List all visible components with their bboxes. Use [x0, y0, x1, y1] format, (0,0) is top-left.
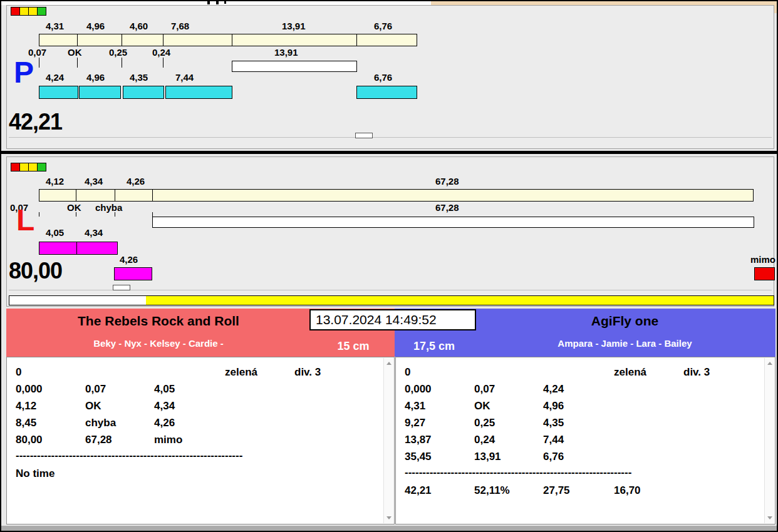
team-right-results-table: 0zelenádiv. 30,0000,074,244,31OK4,969,27… — [396, 357, 765, 524]
time-progress-track — [9, 295, 774, 305]
table-row: 42,2152,11%27,7516,70 — [396, 482, 765, 499]
datetime-display: 13.07.2024 14:49:52 — [309, 309, 476, 330]
table-cell: 0,000 — [16, 381, 43, 397]
current-segment-bar — [232, 61, 357, 72]
panel-l-slider-handle[interactable] — [113, 285, 130, 290]
segment-time-label: 4,31 — [46, 21, 64, 31]
table-row: 80,0067,28mimo — [7, 431, 384, 448]
panel-p-slider-handle[interactable] — [355, 133, 373, 138]
team-right-members: Ampara - Jamie - Lara - Bailey — [475, 338, 774, 349]
split-diff-label: 0,25 — [109, 47, 127, 58]
scrollbar[interactable] — [764, 358, 774, 523]
table-cell: 8,45 — [16, 414, 36, 431]
table-cell: 6,76 — [543, 448, 564, 465]
split-tick — [122, 58, 122, 68]
split-diff-label: chyba — [95, 202, 122, 213]
table-cell: 42,21 — [405, 482, 432, 499]
run-time-label: 4,24 — [46, 72, 64, 83]
table-cell: 4,26 — [154, 414, 175, 431]
late-segment-label: 4,26 — [120, 254, 138, 265]
segment-time-label: 4,96 — [86, 21, 105, 31]
table-cell: 13,87 — [405, 431, 432, 448]
table-cell: 13,91 — [474, 448, 501, 465]
run-bar-segment — [76, 242, 118, 255]
split-bar-segment — [115, 189, 153, 202]
segment-time-label: 4,12 — [46, 176, 64, 187]
scroll-down-icon[interactable] — [386, 516, 392, 519]
table-cell: 0 — [16, 364, 21, 381]
table-cell: 7,44 — [543, 431, 564, 448]
background-window-tab-mark — [224, 1, 226, 4]
team-left-results: 0zelenádiv. 30,0000,074,054,12OK4,348,45… — [6, 357, 395, 524]
table-row: 4,31OK4,96 — [396, 397, 765, 414]
scroll-up-icon[interactable] — [767, 362, 772, 365]
panel-l-frame — [6, 156, 774, 307]
table-cell: 4,24 — [543, 381, 564, 397]
table-cell: 52,11% — [474, 482, 510, 499]
scrollbar[interactable] — [383, 358, 393, 523]
split-bar-segment — [152, 189, 754, 202]
current-segment-bar — [152, 217, 754, 228]
traffic-light-green — [37, 163, 46, 171]
split-tick — [39, 212, 39, 217]
table-cell: div. 3 — [683, 364, 710, 381]
table-row: 13,870,247,44 — [396, 431, 765, 448]
run-bar-segment — [39, 86, 78, 99]
table-cell: 4,31 — [405, 397, 425, 414]
segment-time-label: 4,60 — [130, 21, 148, 31]
table-cell: 4,34 — [154, 397, 175, 414]
table-cell: 0 — [405, 364, 410, 381]
traffic-light-yellow — [28, 7, 38, 16]
split-diff-label: OK — [67, 202, 81, 213]
run-time-label: 4,34 — [85, 227, 103, 238]
run-bar-segment — [165, 86, 232, 99]
table-row: 35,4513,916,76 — [396, 448, 765, 465]
table-row: ----------------------------------------… — [7, 447, 384, 464]
traffic-light-p — [11, 7, 46, 16]
run-time-label: 4,35 — [130, 72, 148, 83]
panel-p-letter: P — [14, 58, 34, 88]
split-bar-segment — [356, 34, 417, 46]
segment-time-label: 13,91 — [282, 21, 306, 31]
segment-time-label: 7,68 — [171, 21, 189, 31]
table-cell: 35,45 — [405, 448, 432, 465]
table-row: No time — [7, 465, 384, 482]
team-left-members: Beky - Nyx - Kelsey - Cardie - — [8, 338, 309, 349]
split-bar-segment — [77, 34, 122, 46]
table-row: 0,0000,074,05 — [7, 381, 384, 397]
team-right-results: 0zelenádiv. 30,0000,074,244,31OK4,969,27… — [395, 357, 775, 524]
table-row: 4,12OK4,34 — [7, 397, 384, 414]
scroll-down-icon[interactable] — [767, 516, 772, 519]
split-bar-segment — [39, 34, 78, 46]
table-cell: 4,05 — [154, 381, 175, 397]
segment-time-label: 4,26 — [127, 176, 145, 187]
split-tick — [163, 58, 163, 68]
table-cell: ----------------------------------------… — [405, 464, 631, 481]
table-row: 8,45chyba4,26 — [7, 414, 384, 431]
table-cell: 67,28 — [85, 431, 112, 448]
run-bar-segment — [39, 242, 77, 255]
table-cell: 80,00 — [16, 431, 43, 448]
table-row: 0,0000,074,24 — [396, 381, 765, 397]
panel-divider — [1, 151, 777, 154]
run-bar-segment — [356, 86, 417, 99]
panel-l-total-time: 80,00 — [9, 258, 62, 284]
segment-time-label: 4,34 — [85, 176, 103, 187]
traffic-light-yellow — [19, 163, 29, 171]
run-time-label: 4,05 — [46, 227, 64, 238]
team-left-results-table: 0zelenádiv. 30,0000,074,054,12OK4,348,45… — [7, 357, 384, 524]
table-row: 0zelenádiv. 3 — [7, 364, 384, 381]
scroll-up-icon[interactable] — [386, 362, 392, 365]
team-left-height: 15 cm — [325, 340, 381, 353]
table-cell: mimo — [154, 431, 182, 448]
split-bar-segment — [39, 189, 76, 202]
split-diff-label: 0,24 — [152, 47, 170, 58]
split-bar-segment — [163, 34, 232, 46]
table-cell: ----------------------------------------… — [16, 447, 242, 464]
table-cell: OK — [85, 397, 101, 414]
out-of-time-label: mimo — [750, 254, 775, 265]
table-cell: 4,12 — [16, 397, 36, 414]
team-right-title: AgiFly one — [475, 314, 774, 329]
table-cell: 9,27 — [405, 414, 425, 431]
table-cell: OK — [474, 397, 490, 414]
